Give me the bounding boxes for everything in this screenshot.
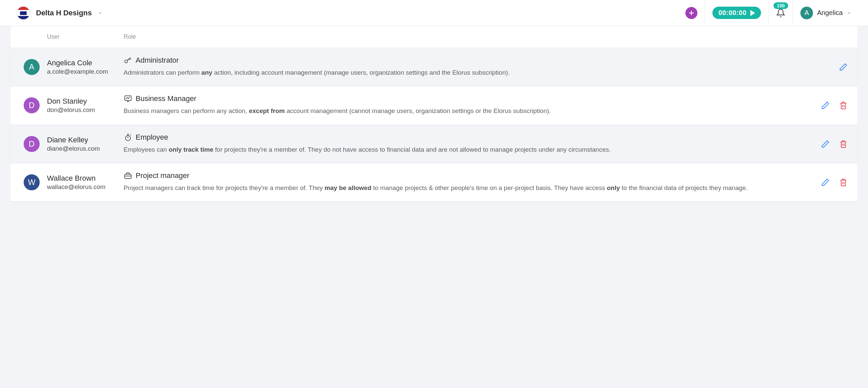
header-timer-wrap: 00:00:00: [705, 0, 768, 26]
table-row: DDiane Kelleydiane@elorus.comEmployeeEmp…: [10, 125, 858, 163]
delete-button[interactable]: [839, 140, 848, 148]
briefcase-icon: [124, 171, 132, 180]
org-logo: [17, 6, 30, 20]
chevron-down-icon: [98, 11, 103, 15]
user-name: Angelica: [817, 9, 843, 17]
edit-button[interactable]: [821, 178, 830, 187]
row-actions: [808, 178, 848, 187]
user-cell: Diane Kelleydiane@elorus.com: [47, 136, 124, 152]
role-title-row: Project manager: [124, 171, 801, 180]
role-title-row: Administrator: [124, 56, 801, 65]
trash-icon: [839, 101, 848, 110]
edit-button[interactable]: [821, 140, 830, 148]
pencil-icon: [821, 140, 830, 148]
user-full-name: Wallace Brown: [47, 174, 124, 183]
header-add-wrap: [678, 0, 705, 26]
play-icon: [750, 10, 755, 16]
chart-icon: [124, 94, 132, 103]
role-title: Project manager: [135, 171, 189, 180]
notifications-button[interactable]: 100: [776, 8, 785, 18]
avatar: A: [24, 59, 40, 75]
users-table: User Role AAngelica Colea.cole@example.c…: [10, 26, 858, 202]
avatar: A: [800, 7, 813, 19]
column-header-user: User: [47, 33, 124, 40]
role-description: Project managers can track time for proj…: [124, 183, 801, 193]
role-title-row: Business Manager: [124, 94, 801, 103]
trash-icon: [839, 140, 848, 148]
app-header: Delta H Designs 00:00:00 100: [0, 0, 868, 26]
row-actions: [808, 101, 848, 110]
user-full-name: Don Stanley: [47, 97, 124, 106]
role-title: Administrator: [135, 56, 179, 65]
user-email: wallace@elorus.com: [47, 183, 124, 191]
table-row: WWallace Brownwallace@elorus.comProject …: [10, 163, 858, 202]
header-bell-wrap: 100: [768, 0, 793, 26]
notification-badge: 100: [774, 2, 788, 9]
stopwatch-icon: [124, 133, 132, 142]
row-actions: [808, 63, 848, 71]
user-email: a.cole@example.com: [47, 68, 124, 75]
chevron-down-icon: [847, 11, 851, 15]
user-cell: Angelica Colea.cole@example.com: [47, 59, 124, 75]
trash-icon: [839, 178, 848, 187]
content: User Role AAngelica Colea.cole@example.c…: [0, 26, 868, 212]
role-cell: EmployeeEmployees can only track time fo…: [124, 133, 808, 155]
column-header-role: Role: [124, 33, 808, 40]
org-switcher[interactable]: Delta H Designs: [17, 6, 103, 20]
user-menu[interactable]: A Angelica: [800, 7, 851, 19]
delete-button[interactable]: [839, 101, 848, 110]
pencil-icon: [839, 63, 848, 71]
user-cell: Don Stanleydon@elorus.com: [47, 97, 124, 114]
org-name: Delta H Designs: [36, 9, 92, 17]
role-cell: Business ManagerBusiness managers can pe…: [124, 94, 808, 116]
table-row: DDon Stanleydon@elorus.comBusiness Manag…: [10, 86, 858, 125]
role-description: Business managers can perform any action…: [124, 106, 801, 116]
edit-button[interactable]: [821, 101, 830, 110]
key-icon: [124, 56, 132, 65]
table-row: AAngelica Colea.cole@example.comAdminist…: [10, 48, 858, 86]
user-email: don@elorus.com: [47, 106, 124, 114]
row-actions: [808, 140, 848, 148]
timer-value: 00:00:00: [718, 9, 746, 17]
delete-button[interactable]: [839, 178, 848, 187]
header-user-wrap: A Angelica: [793, 0, 859, 26]
add-button[interactable]: [685, 7, 698, 19]
table-header: User Role: [10, 26, 858, 48]
user-full-name: Diane Kelley: [47, 136, 124, 144]
role-title: Business Manager: [135, 94, 196, 103]
timer-button[interactable]: 00:00:00: [712, 7, 761, 19]
avatar: D: [24, 97, 40, 113]
pencil-icon: [821, 101, 830, 110]
role-description: Employees can only track time for projec…: [124, 144, 801, 155]
role-title-row: Employee: [124, 133, 801, 142]
pencil-icon: [821, 178, 830, 187]
user-email: diane@elorus.com: [47, 145, 124, 152]
user-cell: Wallace Brownwallace@elorus.com: [47, 174, 124, 191]
role-description: Administrators can perform any action, i…: [124, 67, 801, 78]
avatar: W: [24, 174, 40, 190]
user-full-name: Angelica Cole: [47, 59, 124, 67]
role-title: Employee: [135, 133, 168, 142]
avatar: D: [24, 136, 40, 152]
role-cell: AdministratorAdministrators can perform …: [124, 56, 808, 78]
header-right: 00:00:00 100 A Angelica: [678, 0, 859, 26]
edit-button[interactable]: [839, 63, 848, 71]
role-cell: Project managerProject managers can trac…: [124, 171, 808, 193]
